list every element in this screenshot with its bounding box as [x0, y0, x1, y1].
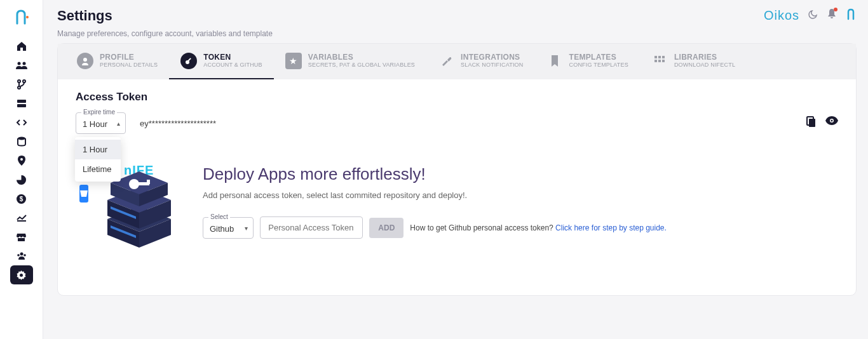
- caret-up-icon: ▴: [117, 120, 120, 127]
- expire-time-select[interactable]: Expire time 1 Hour ▴ 1 Hour Lifetime: [76, 112, 126, 134]
- tab-title: TEMPLATES: [569, 53, 628, 62]
- svg-rect-6: [17, 100, 26, 103]
- svg-point-5: [18, 86, 20, 89]
- svg-point-13: [17, 254, 20, 256]
- dollar-icon[interactable]: $: [10, 189, 33, 208]
- database-icon[interactable]: [10, 132, 33, 151]
- svg-point-4: [23, 80, 25, 83]
- svg-point-28: [831, 120, 833, 122]
- libraries-tab-icon: [651, 53, 668, 69]
- tab-sub: SLACK NOTIFICATION: [461, 62, 523, 69]
- sidebar: $: [0, 0, 43, 339]
- tab-templates[interactable]: TEMPLATESCONFIG TEMPLATES: [535, 44, 640, 79]
- svg-rect-23: [658, 60, 661, 62]
- deploy-title: Deploy Apps more effortlessly!: [203, 164, 838, 184]
- notifications-icon[interactable]: [827, 9, 836, 22]
- team-icon[interactable]: [10, 246, 33, 265]
- svg-rect-20: [658, 56, 661, 58]
- page-title: Settings: [57, 8, 273, 24]
- org-name[interactable]: Oikos: [764, 8, 799, 23]
- tab-sub: ACCOUNT & GITHUB: [203, 62, 262, 69]
- tab-sub: CONFIG TEMPLATES: [569, 62, 628, 69]
- svg-rect-21: [662, 56, 665, 58]
- svg-point-0: [26, 16, 29, 18]
- svg-point-8: [18, 137, 25, 140]
- integrations-tab-icon: [438, 53, 454, 69]
- svg-point-9: [20, 158, 23, 161]
- piechart-icon[interactable]: [10, 170, 33, 189]
- users-icon[interactable]: [10, 56, 33, 75]
- caret-down-icon: ▾: [245, 224, 248, 231]
- add-button[interactable]: ADD: [369, 218, 403, 238]
- svg-point-1: [17, 62, 20, 65]
- page-subtitle: Manage preferences, configure account, v…: [57, 29, 273, 38]
- svg-rect-7: [17, 104, 26, 107]
- code-icon[interactable]: [10, 113, 33, 132]
- location-icon[interactable]: [10, 151, 33, 170]
- home-icon[interactable]: [10, 37, 33, 56]
- svg-point-12: [20, 253, 23, 256]
- svg-point-15: [20, 274, 23, 277]
- deploy-subtitle: Add personal access token, select last c…: [203, 190, 838, 200]
- svg-rect-22: [654, 60, 657, 62]
- svg-point-16: [83, 58, 87, 62]
- tab-sub: SECRETS, PAT & GLOBAL VARIABLES: [308, 62, 415, 69]
- token-tab-icon: [180, 53, 197, 69]
- tab-libraries[interactable]: LIBRARIESDOWNLOAD NIFECTL: [640, 44, 747, 79]
- svg-rect-26: [809, 119, 815, 127]
- svg-point-3: [18, 80, 20, 83]
- tab-title: INTEGRATIONS: [461, 53, 523, 62]
- tab-profile[interactable]: PROFILEPERSONAL DETAILS: [65, 44, 169, 79]
- theme-toggle-icon[interactable]: [808, 9, 818, 22]
- variables-tab-icon: ★: [285, 53, 302, 69]
- tab-title: TOKEN: [203, 53, 262, 62]
- help-link[interactable]: Click here for step by step guide.: [555, 223, 667, 232]
- tab-token[interactable]: TOKENACCOUNT & GITHUB: [169, 44, 274, 79]
- tabs-bar: PROFILEPERSONAL DETAILS TOKENACCOUNT & G…: [58, 44, 856, 79]
- pat-input[interactable]: [260, 216, 363, 239]
- dropdown-option-1hour[interactable]: 1 Hour: [75, 140, 121, 159]
- tab-integrations[interactable]: INTEGRATIONSSLACK NOTIFICATION: [426, 44, 534, 79]
- expire-dropdown: 1 Hour Lifetime: [75, 137, 121, 182]
- svg-rect-19: [654, 56, 657, 58]
- svg-point-40: [129, 179, 139, 189]
- deploy-section: ◆ nIFE: [76, 162, 838, 276]
- server-icon[interactable]: [10, 94, 33, 113]
- svg-point-14: [24, 254, 26, 256]
- store-icon[interactable]: [10, 227, 33, 246]
- svg-rect-18: [187, 58, 191, 62]
- templates-tab-icon: [546, 53, 563, 69]
- tab-variables[interactable]: ★ VARIABLESSECRETS, PAT & GLOBAL VARIABL…: [274, 44, 426, 79]
- topbar: Settings Manage preferences, configure a…: [57, 8, 857, 38]
- branch-icon[interactable]: [10, 75, 33, 94]
- help-prefix: How to get Github personal access token?: [410, 223, 555, 232]
- deploy-form: Select Github ▾ ADD How to get Github pe…: [203, 216, 838, 239]
- tab-title: LIBRARIES: [674, 53, 735, 62]
- copy-token-icon[interactable]: [805, 116, 817, 130]
- svg-text:$: $: [20, 196, 24, 203]
- chart-icon[interactable]: [10, 208, 33, 227]
- tab-sub: DOWNLOAD NIFECTL: [674, 62, 735, 69]
- tab-title: PROFILE: [100, 53, 158, 62]
- app-icon-small[interactable]: [845, 8, 857, 23]
- access-token-row: Expire time 1 Hour ▴ 1 Hour Lifetime ey*…: [76, 112, 838, 134]
- app-logo[interactable]: [10, 6, 33, 29]
- help-text: How to get Github personal access token?…: [410, 223, 667, 232]
- profile-tab-icon: [77, 53, 93, 69]
- settings-icon[interactable]: [10, 265, 33, 284]
- notification-dot: [834, 8, 837, 11]
- vcs-select-label: Select: [208, 213, 230, 220]
- token-masked-value: ey*********************: [140, 119, 791, 128]
- section-title: Access Token: [76, 91, 838, 103]
- main-content: Settings Manage preferences, configure a…: [43, 0, 868, 339]
- dropdown-option-lifetime[interactable]: Lifetime: [75, 159, 121, 179]
- bitbucket-logo-icon: [79, 185, 88, 203]
- tab-sub: PERSONAL DETAILS: [100, 62, 158, 69]
- settings-card: PROFILEPERSONAL DETAILS TOKENACCOUNT & G…: [57, 43, 857, 296]
- reveal-token-icon[interactable]: [825, 116, 838, 130]
- expire-label: Expire time: [81, 109, 117, 116]
- vcs-select[interactable]: Select Github ▾: [203, 217, 254, 239]
- tab-content: Access Token Expire time 1 Hour ▴ 1 Hour…: [58, 79, 856, 295]
- vcs-select-value: Github: [210, 224, 234, 234]
- expire-value: 1 Hour: [83, 119, 107, 129]
